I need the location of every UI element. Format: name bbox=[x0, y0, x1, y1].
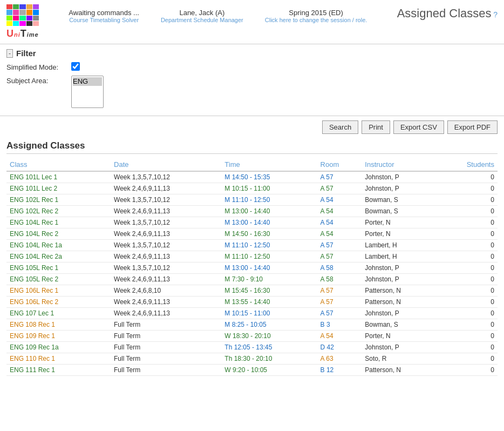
cell-time: M 13:00 - 14:40 bbox=[221, 217, 317, 228]
cell-date: Full Term bbox=[111, 365, 221, 376]
cell-class[interactable]: ENG 104L Rec 1a bbox=[6, 240, 111, 251]
export-pdf-button[interactable]: Export PDF bbox=[447, 120, 498, 134]
table-row: ENG 108 Rec 1 Full Term M 8:25 - 10:05 B… bbox=[6, 319, 498, 331]
cell-room: A 63 bbox=[317, 353, 362, 365]
cell-room: A 54 bbox=[317, 331, 362, 342]
cell-class[interactable]: ENG 101L Lec 1 bbox=[6, 171, 111, 183]
cell-time: M 13:00 - 14:40 bbox=[221, 206, 317, 217]
table-row: ENG 104L Rec 1a Week 1,3,5,7,10,12 M 11:… bbox=[6, 240, 498, 251]
cell-time: W 18:30 - 20:10 bbox=[221, 331, 317, 342]
cell-time: M 7:30 - 9:10 bbox=[221, 274, 317, 285]
cell-room: B 3 bbox=[317, 319, 362, 331]
cell-date: Week 2,4,6,9,11,13 bbox=[111, 297, 221, 308]
cell-time: M 10:15 - 11:00 bbox=[221, 308, 317, 319]
filter-toggle[interactable]: - bbox=[6, 49, 13, 58]
filter-subject-row: Subject Area: ENG bbox=[6, 76, 498, 108]
user-subtext[interactable]: Department Schedule Manager bbox=[161, 17, 243, 23]
cell-date: Full Term bbox=[111, 319, 221, 331]
cell-class[interactable]: ENG 104L Rec 2 bbox=[6, 228, 111, 240]
cell-room: A 54 bbox=[317, 206, 362, 217]
cell-class[interactable]: ENG 105L Rec 1 bbox=[6, 262, 111, 274]
cell-class[interactable]: ENG 108 Rec 1 bbox=[6, 319, 111, 331]
status-subtext[interactable]: Course Timetabling Solver bbox=[69, 17, 139, 23]
simplified-mode-value bbox=[71, 62, 80, 72]
cell-students: 0 bbox=[437, 206, 498, 217]
cell-date: Week 2,4,6,9,11,13 bbox=[111, 308, 221, 319]
col-instructor: Instructor bbox=[362, 158, 437, 171]
cell-room: A 54 bbox=[317, 228, 362, 240]
cell-time: M 13:55 - 14:40 bbox=[221, 297, 317, 308]
cell-class[interactable]: ENG 111 Rec 1 bbox=[6, 365, 111, 376]
search-button[interactable]: Search bbox=[322, 120, 358, 134]
table-body: ENG 101L Lec 1 Week 1,3,5,7,10,12 M 14:5… bbox=[6, 171, 498, 376]
cell-class[interactable]: ENG 107 Lec 1 bbox=[6, 308, 111, 319]
cell-date: Week 1,3,5,7,10,12 bbox=[111, 171, 221, 183]
cell-class[interactable]: ENG 110 Rec 1 bbox=[6, 353, 111, 365]
help-icon[interactable]: ? bbox=[493, 10, 498, 19]
cell-class[interactable]: ENG 106L Rec 1 bbox=[6, 285, 111, 297]
table-row: ENG 109 Rec 1a Full Term Th 12:05 - 13:4… bbox=[6, 342, 498, 353]
header-right: Assigned Classes ? bbox=[397, 4, 498, 21]
cell-date: Week 1,3,5,7,10,12 bbox=[111, 240, 221, 251]
actions-bar: Search Print Export CSV Export PDF bbox=[0, 116, 504, 138]
simplified-mode-checkbox[interactable] bbox=[71, 62, 80, 71]
cell-class[interactable]: ENG 109 Rec 1a bbox=[6, 342, 111, 353]
cell-class[interactable]: ENG 102L Rec 1 bbox=[6, 194, 111, 206]
cell-class[interactable]: ENG 104L Rec 1 bbox=[6, 217, 111, 228]
cell-students: 0 bbox=[437, 171, 498, 183]
cell-class[interactable]: ENG 105L Rec 2 bbox=[6, 274, 111, 285]
table-row: ENG 101L Lec 2 Week 2,4,6,9,11,13 M 10:1… bbox=[6, 183, 498, 194]
cell-students: 0 bbox=[437, 365, 498, 376]
logo-time: Time bbox=[21, 28, 39, 39]
cell-time: W 9:20 - 10:05 bbox=[221, 365, 317, 376]
header-row: Class Date Time Room Instructor Students bbox=[6, 158, 498, 171]
cell-date: Week 2,4,6,9,11,13 bbox=[111, 228, 221, 240]
session-text: Spring 2015 (ED) bbox=[265, 9, 367, 17]
cell-students: 0 bbox=[437, 285, 498, 297]
cell-room: A 57 bbox=[317, 308, 362, 319]
table-row: ENG 106L Rec 1 Week 2,4,6,8,10 M 15:45 -… bbox=[6, 285, 498, 297]
table-section: Assigned Classes Class Date Time Room In… bbox=[0, 138, 504, 378]
cell-class[interactable]: ENG 102L Rec 2 bbox=[6, 206, 111, 217]
cell-date: Week 2,4,6,8,10 bbox=[111, 285, 221, 297]
cell-date: Week 1,3,5,7,10,12 bbox=[111, 194, 221, 206]
cell-class[interactable]: ENG 106L Rec 2 bbox=[6, 297, 111, 308]
col-date: Date bbox=[111, 158, 221, 171]
print-button[interactable]: Print bbox=[362, 120, 390, 134]
subject-area-select[interactable]: ENG bbox=[71, 76, 104, 108]
cell-room: A 57 bbox=[317, 183, 362, 194]
cell-instructor: Soto, R bbox=[362, 353, 437, 365]
cell-date: Week 2,4,6,9,11,13 bbox=[111, 206, 221, 217]
cell-instructor: Patterson, N bbox=[362, 285, 437, 297]
cell-students: 0 bbox=[437, 240, 498, 251]
cell-students: 0 bbox=[437, 217, 498, 228]
export-csv-button[interactable]: Export CSV bbox=[393, 120, 444, 134]
filter-title: Filter bbox=[16, 49, 36, 58]
cell-room: A 57 bbox=[317, 251, 362, 262]
cell-instructor: Bowman, S bbox=[362, 206, 437, 217]
cell-time: M 15:45 - 16:30 bbox=[221, 285, 317, 297]
filter-header[interactable]: - Filter bbox=[6, 49, 498, 58]
table-row: ENG 110 Rec 1 Full Term Th 18:30 - 20:10… bbox=[6, 353, 498, 365]
cell-room: A 58 bbox=[317, 274, 362, 285]
header-session: Spring 2015 (ED) Click here to change th… bbox=[265, 9, 367, 23]
cell-instructor: Patterson, N bbox=[362, 297, 437, 308]
cell-class[interactable]: ENG 104L Rec 2a bbox=[6, 251, 111, 262]
table-row: ENG 104L Rec 2 Week 2,4,6,9,11,13 M 14:5… bbox=[6, 228, 498, 240]
cell-class[interactable]: ENG 101L Lec 2 bbox=[6, 183, 111, 194]
cell-class[interactable]: ENG 109 Rec 1 bbox=[6, 331, 111, 342]
subject-option-eng[interactable]: ENG bbox=[73, 77, 102, 86]
cell-instructor: Bowman, S bbox=[362, 319, 437, 331]
cell-instructor: Lambert, H bbox=[362, 251, 437, 262]
cell-students: 0 bbox=[437, 331, 498, 342]
cell-date: Full Term bbox=[111, 331, 221, 342]
table-row: ENG 104L Rec 1 Week 1,3,5,7,10,12 M 13:0… bbox=[6, 217, 498, 228]
session-subtext[interactable]: Click here to change the session / role. bbox=[265, 17, 367, 23]
subject-area-label: Subject Area: bbox=[6, 76, 71, 85]
cell-students: 0 bbox=[437, 194, 498, 206]
logo-area: UniTime bbox=[6, 4, 39, 39]
cell-time: M 11:10 - 12:50 bbox=[221, 251, 317, 262]
simplified-mode-label: Simplified Mode: bbox=[6, 62, 71, 71]
table-row: ENG 111 Rec 1 Full Term W 9:20 - 10:05 B… bbox=[6, 365, 498, 376]
cell-time: M 14:50 - 15:35 bbox=[221, 171, 317, 183]
